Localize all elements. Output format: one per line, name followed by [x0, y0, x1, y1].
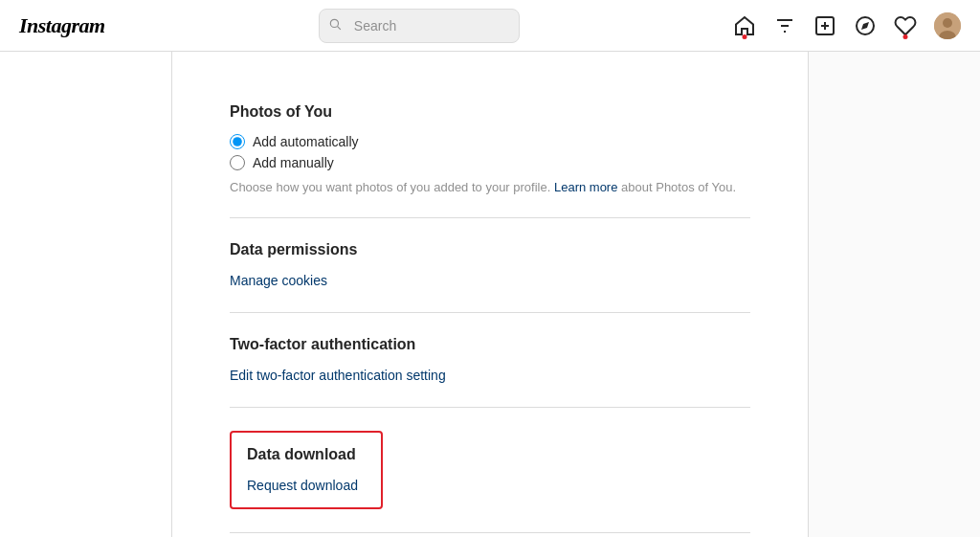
search-icon	[328, 17, 342, 34]
add-manually-option[interactable]: Add manually	[230, 155, 750, 170]
search-input[interactable]	[319, 9, 520, 43]
data-download-title: Data download	[247, 446, 366, 463]
photos-description: Choose how you want photos of you added …	[230, 180, 750, 194]
data-download-box: Data download Request download	[230, 431, 383, 509]
svg-point-0	[330, 19, 338, 27]
user-avatar[interactable]	[934, 12, 961, 39]
filter-icon[interactable]	[773, 14, 796, 37]
sidebar	[0, 52, 172, 537]
explore-icon[interactable]	[854, 14, 877, 37]
page-wrapper: Photos of You Add automatically Add manu…	[0, 52, 980, 537]
home-icon[interactable]	[733, 14, 756, 37]
learn-more-link[interactable]: Learn more	[554, 180, 617, 194]
manage-cookies-link[interactable]: Manage cookies	[230, 273, 327, 288]
edit-two-factor-link[interactable]: Edit two-factor authentication setting	[230, 368, 446, 383]
main-content: Photos of You Add automatically Add manu…	[172, 52, 808, 537]
data-download-section: Data download Request download	[230, 408, 750, 533]
search-container	[319, 9, 520, 43]
heart-icon[interactable]	[894, 14, 917, 37]
add-automatically-radio[interactable]	[230, 134, 245, 149]
heart-notification-dot	[903, 34, 908, 39]
svg-point-11	[943, 18, 952, 28]
home-notification-dot	[743, 34, 747, 39]
instagram-logo: Instagram	[19, 13, 105, 38]
add-manually-radio[interactable]	[230, 155, 245, 170]
add-automatically-label: Add automatically	[253, 134, 359, 149]
navbar: Instagram	[0, 0, 980, 52]
two-factor-section: Two-factor authentication Edit two-facto…	[230, 313, 750, 408]
new-post-icon[interactable]	[813, 14, 836, 37]
right-panel	[808, 52, 980, 537]
add-manually-label: Add manually	[253, 155, 334, 170]
svg-marker-9	[861, 22, 869, 30]
data-permissions-title: Data permissions	[230, 241, 750, 258]
svg-line-1	[337, 27, 340, 30]
add-automatically-option[interactable]: Add automatically	[230, 134, 750, 149]
privacy-security-section: Privacy and security help Support	[230, 533, 750, 537]
data-permissions-section: Data permissions Manage cookies	[230, 218, 750, 313]
nav-icons	[733, 12, 961, 39]
photos-radio-group: Add automatically Add manually	[230, 134, 750, 170]
photos-of-you-section: Photos of You Add automatically Add manu…	[230, 80, 750, 218]
two-factor-title: Two-factor authentication	[230, 336, 750, 353]
request-download-link[interactable]: Request download	[247, 478, 358, 493]
photos-of-you-title: Photos of You	[230, 103, 750, 121]
